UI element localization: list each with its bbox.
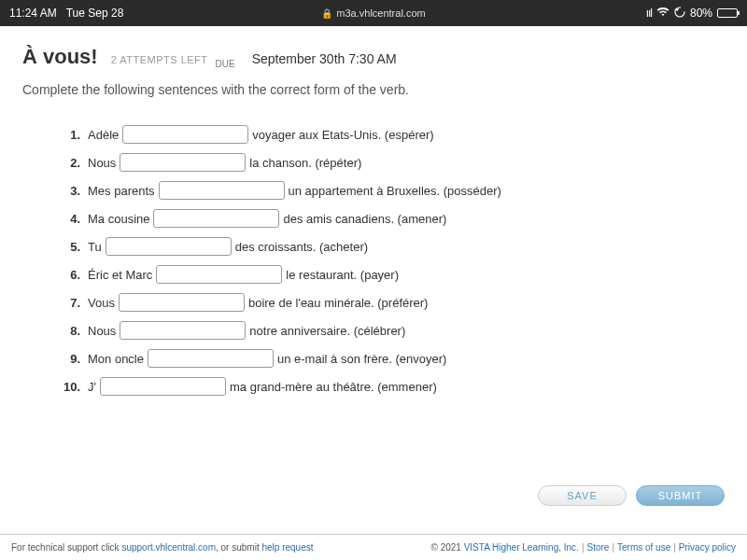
question-number: 1. — [58, 128, 80, 142]
separator: | — [612, 542, 614, 553]
svg-point-0 — [675, 7, 684, 17]
device-status-bar: 11:24 AM Tue Sep 28 🔒 m3a.vhlcentral.com… — [0, 0, 747, 26]
separator: | — [673, 542, 676, 553]
battery-icon — [717, 8, 738, 18]
battery-percent: 80% — [690, 7, 712, 20]
answer-input[interactable] — [106, 237, 232, 256]
question-number: 8. — [58, 324, 80, 338]
question-text-post: ma grand-mère au théâtre. (emmener) — [230, 380, 437, 394]
question-text-post: des croissants. (acheter) — [235, 240, 368, 254]
question-text-pre: Adèle — [88, 128, 119, 142]
question-text-pre: Vous — [88, 296, 115, 310]
question-number: 4. — [58, 212, 80, 226]
answer-input[interactable] — [159, 181, 285, 200]
question-text-post: un e-mail à son frère. (envoyer) — [277, 352, 446, 366]
question-text-post: boire de l'eau minérale. (préférer) — [248, 296, 429, 310]
status-time: 11:24 AM — [9, 7, 57, 20]
due-label: DUE — [216, 59, 235, 69]
lock-icon: 🔒 — [321, 8, 332, 19]
question-text-post: des amis canadiens. (amener) — [283, 212, 446, 226]
answer-input[interactable] — [120, 321, 246, 340]
question-text-pre: Tu — [88, 240, 102, 254]
question-text-post: voyager aux Etats-Unis. (espérer) — [252, 128, 433, 142]
instructions-text: Complete the following sentences with th… — [22, 82, 725, 97]
answer-input[interactable] — [120, 153, 246, 172]
question-text-post: le restaurant. (payer) — [286, 268, 399, 282]
question-row: 5.Tu des croissants. (acheter) — [58, 237, 725, 256]
question-text-post: un appartement à Bruxelles. (posséder) — [289, 184, 501, 198]
question-text-pre: Mon oncle — [88, 352, 144, 366]
question-row: 4.Ma cousine des amis canadiens. (amener… — [58, 209, 725, 228]
page-title: À vous! — [22, 45, 98, 69]
answer-input[interactable] — [119, 293, 245, 312]
question-row: 9.Mon oncle un e-mail à son frère. (envo… — [58, 349, 725, 368]
question-text-post: notre anniversaire. (célébrer) — [249, 324, 405, 338]
help-request-link[interactable]: help request — [261, 542, 313, 553]
question-number: 5. — [58, 240, 80, 254]
question-row: 6.Éric et Marc le restaurant. (payer) — [58, 265, 725, 284]
save-button[interactable]: SAVE — [538, 485, 627, 506]
question-row: 10.J' ma grand-mère au théâtre. (emmener… — [58, 377, 725, 396]
wifi-icon — [656, 7, 669, 20]
question-row: 7.Vous boire de l'eau minérale. (préfére… — [58, 293, 725, 312]
status-date: Tue Sep 28 — [66, 7, 124, 20]
support-text-mid: , or submit — [216, 542, 261, 553]
company-link[interactable]: VISTA Higher Learning, Inc. — [464, 542, 579, 553]
answer-input[interactable] — [148, 349, 274, 368]
store-link[interactable]: Store — [586, 542, 609, 553]
question-row: 3.Mes parents un appartement à Bruxelles… — [58, 181, 725, 200]
question-number: 2. — [58, 156, 80, 170]
question-text-pre: Mes parents — [88, 184, 155, 198]
browser-url: m3a.vhlcentral.com — [336, 7, 425, 19]
question-text-pre: Ma cousine — [88, 212, 149, 226]
copyright-text: © 2021 — [430, 542, 463, 553]
question-number: 6. — [58, 268, 80, 282]
assignment-header: À vous! 2 ATTEMPTS LEFT DUE September 30… — [22, 45, 725, 69]
orientation-lock-icon — [674, 7, 685, 21]
terms-link[interactable]: Terms of use — [617, 542, 670, 553]
separator: | — [582, 542, 585, 553]
question-number: 9. — [58, 352, 80, 366]
question-number: 7. — [58, 296, 80, 310]
question-text-pre: Éric et Marc — [88, 268, 152, 282]
due-date: September 30th 7:30 AM — [252, 51, 397, 66]
answer-input[interactable] — [122, 125, 248, 144]
question-text-pre: Nous — [88, 156, 116, 170]
submit-button[interactable]: SUBMIT — [636, 485, 725, 506]
question-number: 3. — [58, 184, 80, 198]
signal-icon: ııl — [646, 7, 652, 20]
privacy-link[interactable]: Privacy policy — [679, 542, 736, 553]
question-text-pre: Nous — [88, 324, 116, 338]
support-link[interactable]: support.vhlcentral.com — [121, 542, 216, 553]
questions-list: 1.Adèle voyager aux Etats-Unis. (espérer… — [22, 125, 725, 396]
question-row: 2.Nous la chanson. (répéter) — [58, 153, 725, 172]
support-text-pre: For technical support click — [11, 542, 121, 553]
question-text-post: la chanson. (répéter) — [249, 156, 361, 170]
answer-input[interactable] — [153, 209, 279, 228]
page-footer: For technical support click support.vhlc… — [0, 534, 747, 560]
answer-input[interactable] — [156, 265, 282, 284]
question-number: 10. — [58, 380, 80, 394]
attempts-left: 2 ATTEMPTS LEFT — [111, 54, 208, 65]
question-row: 1.Adèle voyager aux Etats-Unis. (espérer… — [58, 125, 725, 144]
question-row: 8.Nous notre anniversaire. (célébrer) — [58, 321, 725, 340]
answer-input[interactable] — [100, 377, 226, 396]
question-text-pre: J' — [88, 380, 96, 394]
